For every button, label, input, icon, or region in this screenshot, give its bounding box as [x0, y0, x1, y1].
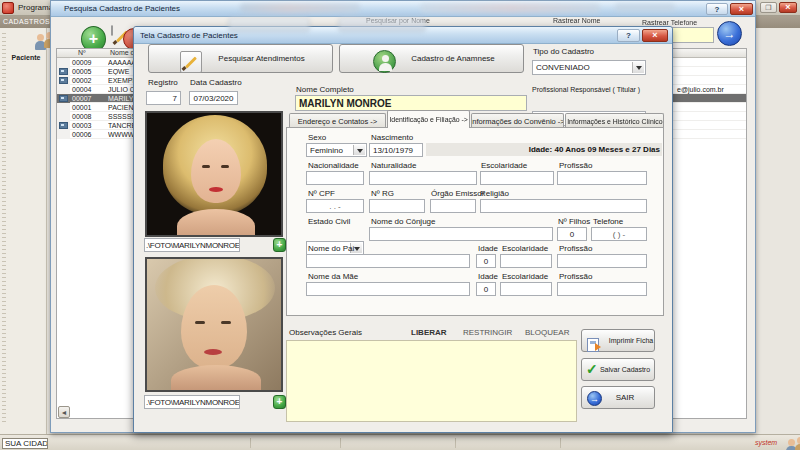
nascimento-label: Nascimento [371, 133, 413, 142]
photo2-face [181, 285, 247, 369]
desktop: Programa ❐ CADASTROS Paciente SUA CIDADE… [0, 0, 800, 450]
religiao-field[interactable] [480, 199, 647, 213]
patient-photo-2 [145, 257, 283, 392]
pai-profissao-field[interactable] [557, 254, 647, 268]
photo-icon [59, 95, 68, 102]
list-email-cell: e@julio.com.br [677, 86, 724, 93]
telefone-label: Telefone [593, 217, 623, 226]
conjuge-field[interactable] [369, 227, 553, 241]
tab-identificacao[interactable]: Identificação e Filiação -> [387, 110, 470, 128]
sexo-label: Sexo [308, 133, 326, 142]
profissao-field[interactable] [557, 171, 647, 185]
nacionalidade-field[interactable] [306, 171, 364, 185]
restore-button[interactable]: ❐ [760, 2, 777, 13]
pai-idade-field[interactable]: 0 [476, 254, 496, 268]
imprimir-ficha-button[interactable]: Imprimir Ficha [581, 329, 655, 352]
app-icon [2, 2, 14, 14]
conjuge-label: Nome do Cônjuge [371, 217, 435, 226]
orgao-emissor-field[interactable] [430, 199, 476, 213]
profissional-label: Profissional Responsável ( Titular ) [532, 86, 640, 93]
telefone-field[interactable]: ( ) - [591, 227, 647, 241]
mae-nome-field[interactable] [306, 282, 470, 296]
profissao-label: Profissão [559, 161, 592, 170]
data-cadastro-label: Data Cadastro [190, 78, 242, 87]
photo2-eye [221, 321, 231, 324]
anamnese-person-icon [373, 50, 396, 73]
photo-icon [59, 77, 68, 84]
photo2-add-button[interactable] [273, 395, 286, 409]
photo1-path-field[interactable]: .\FOTO\MARILYNMONROE1.JI [144, 238, 240, 252]
salvar-cadastro-button[interactable]: Salvar Cadastro [581, 358, 655, 381]
redaction-blur [228, 17, 310, 32]
redaction-blur [615, 3, 675, 12]
escolaridade-label: Escolaridade [481, 161, 527, 170]
print-icon [587, 338, 599, 352]
registro-field[interactable]: 7 [146, 91, 181, 105]
pesquisa-close-button[interactable] [730, 3, 753, 15]
pesquisar-atendimentos-button[interactable]: Pesquisar Atendimentos [148, 44, 333, 73]
status-city: SUA CIDADE [2, 438, 48, 449]
nome-completo-label: Nome Completo [296, 85, 354, 94]
radio-restringir-label[interactable]: RESTRINGIR [463, 328, 512, 337]
modal-help-button[interactable]: ? [617, 29, 640, 42]
observacoes-textarea[interactable] [286, 340, 577, 422]
data-cadastro-field[interactable]: 07/03/2020 [189, 91, 238, 105]
sair-button[interactable]: SAIR [581, 386, 655, 409]
photo1-add-button[interactable] [273, 238, 286, 252]
observacoes-label: Observações Gerais [289, 328, 362, 337]
photo-icon [59, 68, 68, 75]
pai-label: Nome do Pai [308, 244, 354, 253]
photo2-lips [204, 349, 222, 355]
redaction-blur [240, 3, 360, 13]
pai-nome-field[interactable] [306, 254, 470, 268]
tab-historico[interactable]: Informações e Histórico Clínico [565, 113, 664, 128]
sidebar-item-paciente[interactable]: Paciente [7, 30, 45, 66]
escolaridade-field[interactable] [480, 171, 554, 185]
redaction-blur [338, 17, 426, 32]
main-close-button[interactable] [779, 2, 797, 13]
sair-label: SAIR [616, 393, 635, 402]
photo1-lips [209, 187, 223, 192]
edit-record-button[interactable] [111, 25, 113, 36]
tipo-cadastro-value: CONVENIADO [536, 63, 590, 72]
photo2-eye [195, 321, 205, 324]
mae-profissao-field[interactable] [557, 282, 647, 296]
religiao-label: Religião [480, 189, 509, 198]
tab-endereco[interactable]: Endereço e Contatos -> [289, 113, 386, 128]
cadastro-anamnese-button[interactable]: Cadastro de Anamnese [339, 44, 524, 73]
cpf-field[interactable]: . . - [306, 199, 364, 213]
photo1-eye [221, 165, 229, 168]
hscroll-left-arrow[interactable]: ◄ [58, 406, 70, 418]
nome-completo-field[interactable]: MARILYN MONROE [295, 95, 527, 111]
mae-escolaridade-field[interactable] [500, 282, 552, 296]
modal-close-button[interactable] [642, 29, 668, 42]
search-go-button[interactable] [717, 21, 742, 46]
radio-bloquear-label[interactable]: BLOQUEAR [525, 328, 569, 337]
pesquisa-help-button[interactable]: ? [706, 3, 728, 15]
status-divider [340, 438, 341, 448]
sidebar: Paciente [0, 28, 47, 434]
col-header-num[interactable]: Nº [70, 49, 108, 57]
photo1-face [191, 139, 241, 203]
check-icon [586, 361, 598, 377]
chevron-down-icon [632, 62, 644, 73]
main-window-title: Programa [18, 3, 53, 12]
pai-escolaridade-field[interactable] [500, 254, 552, 268]
status-bar: SUA CIDADE system [0, 434, 800, 450]
filhos-field[interactable]: 0 [557, 227, 587, 241]
naturalidade-label: Naturalidade [371, 161, 416, 170]
rg-field[interactable] [369, 199, 425, 213]
tipo-cadastro-dropdown[interactable]: CONVENIADO [532, 60, 646, 75]
menu-cadastros[interactable]: CADASTROS [3, 18, 50, 25]
radio-liberar-label[interactable]: LIBERAR [411, 328, 447, 337]
tab-convenio[interactable]: Informações do Convênio -> [471, 113, 564, 128]
mae-label: Nome da Mãe [308, 272, 358, 281]
sidebar-dots [2, 32, 6, 422]
photo2-path-field[interactable]: .\FOTO\MARILYNMONROE2.JI [144, 395, 240, 409]
exit-arrow-icon [587, 391, 602, 406]
estado-civil-label: Estado Civil [308, 217, 350, 226]
redaction-blur [420, 3, 600, 13]
naturalidade-field[interactable] [369, 171, 477, 185]
mae-idade-field[interactable]: 0 [476, 282, 496, 296]
status-divider [250, 438, 251, 448]
